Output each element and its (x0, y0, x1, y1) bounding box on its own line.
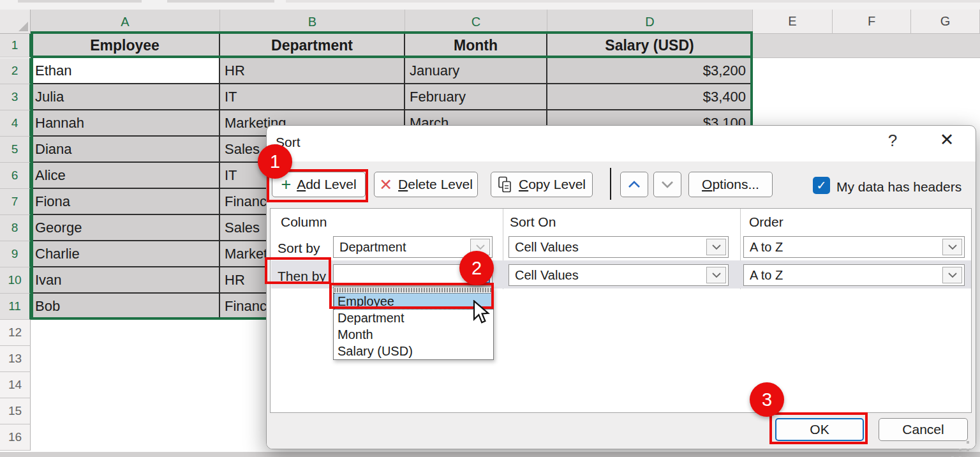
column-header-label: Column (281, 214, 327, 230)
ribbon-bottom-strip (0, 0, 980, 10)
move-down-button[interactable] (653, 172, 681, 197)
cell-D2[interactable]: $3,200 (547, 58, 753, 84)
order-header-label: Order (749, 214, 783, 230)
step-badge-2: 2 (459, 251, 494, 285)
selection-border-top (31, 31, 753, 34)
row-header-8[interactable]: 8 (0, 215, 31, 241)
sort-by-label: Sort by (278, 241, 320, 256)
chevron-down-icon (660, 180, 674, 189)
chevron-down-icon[interactable] (706, 239, 726, 255)
help-icon[interactable]: ? (883, 131, 902, 151)
cell-A6[interactable]: Alice (31, 163, 220, 189)
ribbon-segment (18, 0, 142, 3)
highlight-rect-employee-option (329, 283, 494, 309)
row-header-2[interactable]: 2 (0, 58, 31, 84)
delete-level-button[interactable]: ✕ Delete Level (374, 172, 478, 197)
mouse-cursor-icon (472, 300, 490, 328)
select-all-corner[interactable] (0, 10, 31, 34)
selection-border-header (31, 56, 753, 58)
copy-level-button[interactable]: Copy Level (491, 172, 593, 197)
then-by-sorton-value: Cell Values (515, 268, 579, 283)
sort-by-order-value: A to Z (750, 240, 783, 255)
row-header-13[interactable]: 13 (0, 346, 31, 372)
my-data-has-headers-checkbox[interactable]: ✓ (813, 177, 830, 194)
chevron-up-icon (627, 180, 641, 189)
sort-on-header-label: Sort On (510, 214, 556, 230)
column-header-B[interactable]: B (220, 10, 405, 34)
cell-A4[interactable]: Hannah (31, 110, 220, 137)
cell-D3[interactable]: $3,400 (547, 84, 753, 110)
select-all-triangle-icon (19, 22, 28, 31)
cell-A7[interactable]: Fiona (31, 189, 220, 215)
row-header-12[interactable]: 12 (0, 320, 31, 346)
delete-x-icon: ✕ (379, 176, 392, 194)
cell-A5[interactable]: Diana (31, 137, 220, 163)
row-header-7[interactable]: 7 (0, 189, 31, 215)
selection-border-left (31, 31, 33, 320)
cell-C3[interactable]: February (405, 84, 547, 110)
cell-B1[interactable]: Department (220, 34, 405, 57)
sort-by-column-value: Department (339, 240, 406, 255)
row-header-5[interactable]: 5 (0, 137, 31, 163)
cell-B3[interactable]: IT (220, 84, 405, 110)
then-by-order-value: A to Z (750, 268, 783, 283)
chevron-down-icon[interactable] (942, 239, 962, 255)
highlight-rect-ok (769, 412, 868, 444)
delete-level-label: Delete Level (398, 177, 473, 192)
cell-A8[interactable]: George (31, 215, 220, 241)
status-bar-strip (0, 452, 980, 457)
row-header-3[interactable]: 3 (0, 84, 31, 110)
sort-by-order-select[interactable]: A to Z (743, 236, 965, 258)
empty-header-extension (753, 34, 980, 58)
sort-levels-panel: Column Sort On Order Sort by Department … (270, 208, 972, 413)
row-header-15[interactable]: 15 (0, 398, 31, 424)
dropdown-option-department[interactable]: Department (334, 310, 493, 326)
column-header-G[interactable]: G (911, 10, 980, 34)
row-header-9[interactable]: 9 (0, 241, 31, 267)
cancel-button[interactable]: Cancel (879, 418, 968, 441)
dropdown-option-month[interactable]: Month (334, 326, 493, 343)
cell-C1[interactable]: Month (405, 34, 547, 57)
options-label: Options... (702, 177, 759, 192)
row-header-10[interactable]: 10 (0, 267, 31, 294)
row-header-6[interactable]: 6 (0, 163, 31, 189)
cell-A2[interactable]: Ethan (31, 58, 220, 84)
cell-A9[interactable]: Charlie (31, 241, 220, 267)
ribbon-segment (167, 0, 274, 3)
row-header-4[interactable]: 4 (0, 110, 31, 137)
sort-by-sorton-value: Cell Values (515, 240, 579, 255)
highlight-rect-then-by (265, 257, 331, 284)
chevron-down-icon[interactable] (706, 267, 726, 283)
then-by-sorton-select[interactable]: Cell Values (509, 264, 729, 286)
row-header-1[interactable]: 1 (0, 34, 31, 57)
options-button[interactable]: Options... (688, 172, 773, 197)
move-up-button[interactable] (620, 172, 648, 197)
cell-D1[interactable]: Salary (USD) (547, 34, 753, 57)
step-badge-1: 1 (258, 144, 292, 179)
cell-A11[interactable]: Bob (31, 294, 220, 320)
close-icon[interactable]: ✕ (935, 130, 958, 150)
cell-C2[interactable]: January (405, 58, 547, 84)
check-icon: ✓ (817, 178, 827, 193)
sort-by-sorton-select[interactable]: Cell Values (509, 236, 729, 258)
chevron-down-icon[interactable] (942, 267, 962, 283)
column-header-D[interactable]: D (547, 10, 753, 34)
dropdown-option-salary-usd-[interactable]: Salary (USD) (334, 343, 493, 359)
column-header-F[interactable]: F (833, 10, 911, 34)
row-header-16[interactable]: 16 (0, 424, 31, 451)
column-header-C[interactable]: C (405, 10, 547, 34)
copy-level-label: Copy Level (519, 177, 586, 192)
row-header-11[interactable]: 11 (0, 294, 31, 320)
resize-grip[interactable] (967, 441, 969, 444)
cell-A10[interactable]: Ivan (31, 267, 220, 294)
copy-icon (498, 176, 513, 193)
cell-A3[interactable]: Julia (31, 84, 220, 110)
my-data-has-headers-label[interactable]: My data has headers (836, 179, 961, 195)
then-by-order-select[interactable]: A to Z (743, 264, 965, 286)
row-header-14[interactable]: 14 (0, 372, 31, 398)
column-header-A[interactable]: A (31, 10, 220, 34)
cell-A1[interactable]: Employee (31, 34, 220, 57)
cell-B2[interactable]: HR (220, 58, 405, 84)
column-header-E[interactable]: E (753, 10, 833, 34)
ribbon-segment (286, 0, 980, 3)
